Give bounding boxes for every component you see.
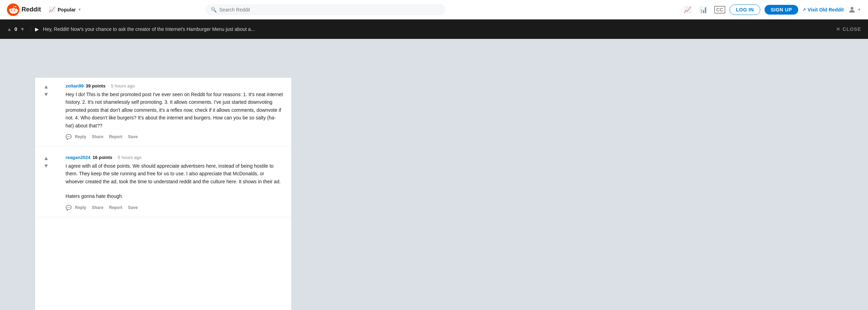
play-icon: ▶ (35, 26, 39, 32)
comment-text-2: I agree with all of those points. We sho… (66, 162, 284, 185)
save-button-1[interactable]: Save (126, 133, 140, 141)
main-content: ▲ ▼ zoltan99 39 points · 5 hours ago Hey… (35, 78, 292, 310)
search-bar: 🔍 (206, 5, 445, 15)
share-button-1[interactable]: Share (90, 133, 106, 141)
comment-action-icon-1: 💬 (66, 134, 72, 140)
downvote-button-1[interactable]: ▼ (43, 91, 50, 98)
reply-button-1[interactable]: Reply (73, 133, 89, 141)
user-avatar-icon (848, 6, 856, 14)
comment-2: ▲ ▼ reagan2024 16 points · 5 hours ago I… (35, 146, 291, 217)
comment-author-1[interactable]: zoltan99 (66, 83, 84, 89)
announcement-downvote-button[interactable]: ▼ (20, 26, 25, 32)
report-button-1[interactable]: Report (107, 133, 125, 141)
vote-column-1: ▲ ▼ (43, 83, 50, 98)
comment-action-icon-2: 💬 (66, 205, 72, 210)
comment-author-2[interactable]: reagan2024 (66, 155, 91, 160)
share-button-2[interactable]: Share (90, 204, 106, 211)
reddit-logo-icon (7, 3, 19, 16)
comment-thread: ▲ ▼ zoltan99 39 points · 5 hours ago Hey… (35, 78, 291, 217)
upvote-button-2[interactable]: ▲ (43, 155, 50, 162)
popular-label: Popular (58, 7, 76, 12)
close-label: CLOSE (843, 26, 861, 32)
comment-points-1: 39 points (86, 83, 106, 89)
announcement-text: Hey, Reddit! Now's your chance to ask th… (43, 26, 832, 32)
save-button-2[interactable]: Save (126, 204, 140, 211)
nav-icons: 📈 📊 CC (682, 5, 725, 15)
comment-meta-2: reagan2024 16 points · 5 hours ago (66, 155, 284, 160)
announcement-vote-count: 0 (15, 26, 17, 32)
downvote-button-2[interactable]: ▼ (43, 162, 50, 169)
right-sidebar (292, 78, 868, 310)
search-input[interactable] (219, 7, 440, 12)
announcement-bar: ▲ 0 ▼ ▶ Hey, Reddit! Now's your chance t… (0, 19, 868, 39)
signup-button[interactable]: SIGN UP (765, 5, 798, 15)
announcement-upvote-button[interactable]: ▲ (7, 26, 12, 32)
navbar: Reddit 📈 Popular ▼ 🔍 📈 📊 CC LOG IN SIGN … (0, 0, 868, 19)
comment-time-1: 5 hours ago (111, 83, 135, 89)
vote-column-2: ▲ ▼ (43, 155, 50, 169)
comment-text-1: Hey I do! This is the best promoted post… (66, 91, 284, 129)
left-sidebar (0, 78, 35, 310)
reply-button-2[interactable]: Reply (73, 204, 89, 211)
comment-1: ▲ ▼ zoltan99 39 points · 5 hours ago Hey… (35, 78, 291, 146)
vote-area: ▲ 0 ▼ (7, 26, 31, 32)
upvote-button-1[interactable]: ▲ (43, 83, 50, 90)
close-x-icon: ✕ (836, 26, 841, 32)
comment-actions-2: 💬 Reply Share Report Save (66, 204, 284, 211)
comment-points-2: 16 points (92, 155, 112, 160)
cc-nav-icon-button[interactable]: CC (714, 6, 725, 14)
login-button[interactable]: LOG IN (729, 5, 760, 15)
report-button-2[interactable]: Report (107, 204, 125, 211)
svg-point-1 (851, 7, 853, 10)
chevron-down-icon: ▼ (78, 8, 81, 11)
external-link-icon: ↗ (802, 7, 806, 12)
comment-separator-1: · (108, 83, 109, 89)
popular-button[interactable]: 📈 Popular ▼ (45, 4, 85, 15)
reddit-logo-link[interactable]: Reddit (7, 3, 41, 16)
visit-old-reddit-label: Visit Old Reddit (808, 7, 844, 12)
trending-icon: 📈 (49, 6, 56, 13)
comment-actions-1: 💬 Reply Share Report Save (66, 133, 284, 141)
search-icon: 🔍 (211, 7, 217, 12)
comment-meta-1: zoltan99 39 points · 5 hours ago (66, 83, 284, 89)
reddit-wordmark: Reddit (22, 6, 41, 13)
page-layout: ▲ ▼ zoltan99 39 points · 5 hours ago Hey… (0, 39, 868, 310)
chart-nav-icon-button[interactable]: 📊 (698, 5, 709, 15)
comment-separator-2: · (114, 155, 116, 160)
trending-nav-icon-button[interactable]: 📈 (682, 5, 693, 15)
user-menu-button[interactable]: ▼ (848, 6, 861, 14)
visit-old-reddit-link[interactable]: ↗ Visit Old Reddit (802, 7, 844, 12)
comment-extra-text-2: Haters gonna hate though. (66, 192, 284, 200)
search-input-wrapper: 🔍 (206, 5, 445, 15)
comment-time-2: 5 hours ago (118, 155, 142, 160)
user-chevron-down-icon: ▼ (858, 8, 861, 11)
close-button[interactable]: ✕ CLOSE (836, 26, 861, 32)
